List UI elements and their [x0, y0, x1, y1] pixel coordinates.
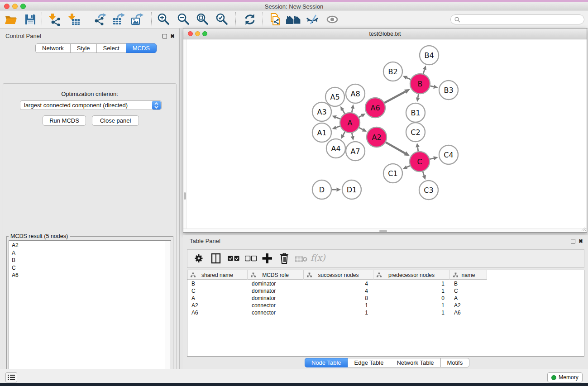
edge-A-A6[interactable] [359, 116, 362, 118]
graph-node-C4[interactable]: C4 [439, 145, 458, 164]
column-header-name[interactable]: name [450, 270, 487, 280]
refresh-layout-button[interactable] [243, 12, 257, 27]
graph-node-A4[interactable]: A4 [326, 139, 345, 158]
show-graphics-details-button[interactable] [325, 12, 339, 27]
graph-node-A[interactable]: A [340, 113, 360, 133]
column-header-successor-nodes[interactable]: successor nodes [304, 270, 373, 280]
graph-node-D[interactable]: D [312, 180, 331, 199]
table-row[interactable]: Cdominator41C [187, 287, 584, 295]
add-column-button[interactable] [262, 253, 272, 266]
graph-node-B1[interactable]: B1 [406, 103, 425, 122]
import-table-button[interactable] [67, 12, 81, 27]
export-image-button[interactable] [130, 12, 144, 27]
edge-A-A3[interactable] [336, 117, 340, 119]
save-session-button[interactable] [23, 12, 38, 27]
delete-column-button[interactable] [279, 253, 289, 266]
optimization-criterion-select[interactable]: largest connected component (directed) [20, 100, 162, 110]
home-layout-button[interactable] [285, 12, 300, 27]
graph-node-A8[interactable]: A8 [346, 84, 365, 103]
graph-node-B2[interactable]: B2 [383, 62, 402, 81]
import-network-button[interactable] [47, 12, 62, 27]
network-vertical-scrollbar[interactable] [183, 39, 186, 229]
edge-B-B2[interactable] [407, 78, 411, 80]
graph-node-B4[interactable]: B4 [420, 46, 439, 65]
graph-node-D1[interactable]: D1 [342, 180, 361, 199]
export-table-button[interactable] [111, 12, 126, 27]
edge-A-A1[interactable] [336, 126, 340, 128]
duplicate-network-button[interactable] [268, 12, 282, 27]
edge-B-B1[interactable] [418, 94, 418, 98]
zoom-in-button[interactable] [157, 12, 171, 27]
graph-node-B3[interactable]: B3 [439, 81, 458, 100]
table-row[interactable]: A6connector11A6 [187, 309, 584, 316]
mcds-result-list[interactable]: A2ABCA6 [9, 240, 171, 386]
network-window-titlebar[interactable]: testGlobe.txt [183, 29, 587, 39]
edge-A-A4[interactable] [343, 132, 345, 135]
result-list-item[interactable]: A6 [9, 272, 171, 279]
zoom-out-button[interactable] [177, 12, 191, 27]
select-all-checkboxes-button[interactable] [228, 255, 239, 263]
graph-node-A5[interactable]: A5 [325, 87, 344, 106]
tab-motifs[interactable]: Motifs [440, 358, 470, 367]
close-panel-icon[interactable]: ✖ [170, 33, 175, 39]
zoom-selected-button[interactable] [215, 12, 229, 27]
network-horizontal-scrollbar[interactable] [183, 229, 587, 232]
graph-node-C3[interactable]: C3 [419, 181, 438, 200]
network-canvas[interactable]: B4B2BB3A5A8A6B1A3AA1C2A2A4A7C4CC1C3DD1 [183, 39, 587, 229]
edge-C-C2[interactable] [418, 147, 418, 151]
table-row[interactable]: Bdominator41B [187, 280, 584, 287]
tab-node-table[interactable]: Node Table [305, 358, 348, 367]
table-options-gear-button[interactable] [193, 253, 204, 266]
close-table-panel-icon[interactable]: ✖ [578, 238, 583, 244]
result-list-item[interactable]: C [9, 264, 171, 272]
graph-node-B[interactable]: B [410, 74, 430, 94]
edge-A-A8[interactable] [352, 109, 353, 112]
graph-node-A1[interactable]: A1 [312, 123, 331, 142]
graph-node-C1[interactable]: C1 [383, 164, 402, 183]
graph-node-A2[interactable]: A2 [367, 127, 387, 147]
export-network-button[interactable] [93, 12, 108, 27]
graph-node-A6[interactable]: A6 [365, 98, 385, 118]
edge-A-A5[interactable] [343, 110, 345, 114]
window-resize-grip[interactable] [580, 225, 586, 232]
table-row[interactable]: A2connector11A2 [187, 302, 584, 309]
tab-mcds[interactable]: MCDS [126, 43, 157, 53]
tab-select[interactable]: Select [96, 43, 126, 53]
edge-A2-C[interactable] [386, 142, 405, 153]
tab-edge-table[interactable]: Edge Table [348, 358, 391, 367]
tab-style[interactable]: Style [70, 43, 97, 53]
task-history-button[interactable] [5, 372, 17, 382]
close-panel-button[interactable]: Close panel [92, 115, 139, 126]
table-row[interactable]: Adominator80A [187, 295, 584, 302]
column-header-MCDS-role[interactable]: MCDS role [248, 270, 304, 280]
edge-B-B3[interactable] [430, 86, 434, 87]
edge-A-A7[interactable] [352, 133, 352, 136]
column-header-shared-name[interactable]: shared name [187, 270, 248, 280]
unselect-all-checkboxes-button[interactable] [245, 255, 257, 263]
memory-button[interactable]: Memory [547, 372, 583, 382]
graph-node-A3[interactable]: A3 [312, 102, 331, 121]
edge-C-C4[interactable] [430, 158, 434, 159]
open-session-button[interactable] [4, 12, 18, 27]
zoom-fit-button[interactable] [196, 12, 210, 27]
edge-B-B4[interactable] [423, 70, 425, 74]
graph-node-A7[interactable]: A7 [346, 142, 365, 161]
show-column-button[interactable] [211, 253, 221, 266]
edge-A-A2[interactable] [359, 128, 363, 130]
edge-C-C1[interactable] [407, 166, 410, 167]
graph-node-C2[interactable]: C2 [406, 123, 425, 142]
hide-panels-button[interactable] [305, 12, 320, 27]
column-header-predecessor-nodes[interactable]: predecessor nodes [373, 270, 450, 280]
result-list-item[interactable]: A [9, 249, 171, 257]
tab-network[interactable]: Network [35, 43, 71, 53]
result-list-item[interactable]: A2 [9, 241, 171, 249]
result-list-item[interactable]: B [9, 257, 171, 264]
graph-node-C[interactable]: C [410, 152, 430, 172]
run-mcds-button[interactable]: Run MCDS [43, 115, 86, 126]
float-table-panel-icon[interactable] [571, 239, 575, 243]
edge-C-C3[interactable] [423, 172, 424, 176]
tab-network-table[interactable]: Network Table [390, 358, 440, 367]
horizontal-scrollbar-thumb[interactable] [379, 230, 387, 232]
edge-A6-B[interactable] [384, 91, 405, 103]
search-input[interactable] [463, 16, 580, 23]
